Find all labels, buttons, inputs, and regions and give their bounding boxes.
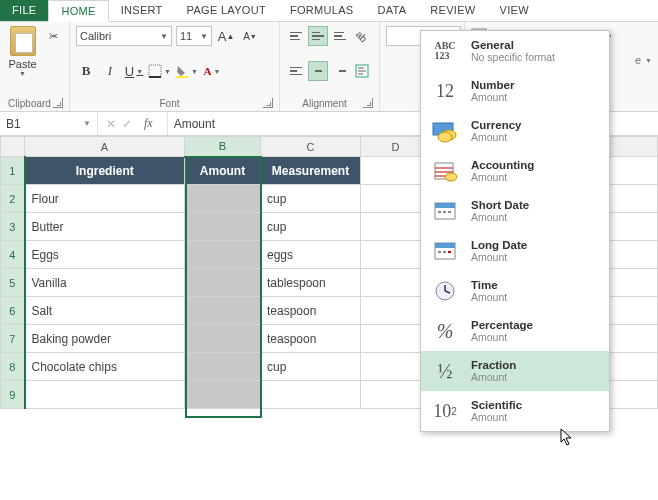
cell-A9[interactable] — [25, 381, 185, 409]
row-header[interactable]: 7 — [1, 325, 25, 353]
fill-color-button[interactable]: ▼ — [175, 61, 198, 81]
cell-A4[interactable]: Eggs — [25, 241, 185, 269]
font-size-combo[interactable]: 11▼ — [176, 26, 212, 46]
align-top-button[interactable] — [286, 26, 306, 46]
row-header[interactable]: 6 — [1, 297, 25, 325]
cell-B1[interactable]: Amount — [185, 157, 261, 185]
svg-point-20 — [445, 173, 457, 181]
cell-C3[interactable]: cup — [261, 213, 361, 241]
format-option-fraction[interactable]: ½ FractionAmount — [421, 351, 609, 391]
align-left-button[interactable] — [286, 61, 306, 81]
row-header[interactable]: 5 — [1, 269, 25, 297]
col-header-C[interactable]: C — [261, 137, 361, 157]
group-font: Calibri▼ 11▼ A▲ A▼ B I U▼ ▼ ▼ A▼ Font — [70, 22, 280, 111]
decrease-font-button[interactable]: A▼ — [240, 26, 260, 46]
cell-B8[interactable] — [185, 353, 261, 381]
copy-button[interactable] — [43, 48, 63, 68]
row-header[interactable]: 2 — [1, 185, 25, 213]
cut-button[interactable]: ✂ — [43, 26, 63, 46]
cell-C5[interactable]: tablespoon — [261, 269, 361, 297]
cell-C1[interactable]: Measurement — [261, 157, 361, 185]
format-option-short-date[interactable]: Short DateAmount — [421, 191, 609, 231]
tab-formulas[interactable]: FORMULAS — [278, 0, 366, 21]
cell-C9[interactable] — [261, 381, 361, 409]
formula-input[interactable]: Amount — [168, 117, 221, 131]
long-date-icon — [429, 237, 461, 265]
paste-icon — [10, 26, 36, 56]
scientific-icon: 102 — [429, 397, 461, 425]
increase-font-button[interactable]: A▲ — [216, 26, 236, 46]
number-icon: 12 — [429, 77, 461, 105]
cell-A2[interactable]: Flour — [25, 185, 185, 213]
font-name-combo[interactable]: Calibri▼ — [76, 26, 172, 46]
cell-A1[interactable]: Ingredient — [25, 157, 185, 185]
tab-data[interactable]: DATA — [365, 0, 418, 21]
format-option-percentage[interactable]: % PercentageAmount — [421, 311, 609, 351]
cell-C4[interactable]: eggs — [261, 241, 361, 269]
font-launcher-icon[interactable] — [263, 98, 273, 108]
clipboard-launcher-icon[interactable] — [53, 98, 63, 108]
bold-button[interactable]: B — [76, 61, 96, 81]
row-header[interactable]: 1 — [1, 157, 25, 185]
font-color-button[interactable]: A▼ — [202, 61, 222, 81]
svg-rect-23 — [438, 211, 441, 213]
cell-B3[interactable] — [185, 213, 261, 241]
format-option-currency[interactable]: CurrencyAmount — [421, 111, 609, 151]
select-all-corner[interactable] — [1, 137, 25, 157]
cell-A7[interactable]: Baking powder — [25, 325, 185, 353]
align-center-button[interactable] — [308, 61, 328, 81]
borders-button[interactable]: ▼ — [148, 61, 171, 81]
cell-B4[interactable] — [185, 241, 261, 269]
format-painter-button[interactable] — [43, 70, 63, 90]
cell-B6[interactable] — [185, 297, 261, 325]
paste-button[interactable]: Paste ▼ — [6, 26, 39, 90]
cell-B9[interactable] — [185, 381, 261, 409]
tab-file[interactable]: FILE — [0, 0, 48, 21]
align-middle-button[interactable] — [308, 26, 328, 46]
format-option-scientific[interactable]: 102 ScientificAmount — [421, 391, 609, 431]
row-header[interactable]: 8 — [1, 353, 25, 381]
format-option-long-date[interactable]: Long DateAmount — [421, 231, 609, 271]
row-header[interactable]: 3 — [1, 213, 25, 241]
cell-A3[interactable]: Butter — [25, 213, 185, 241]
insert-function-button[interactable]: fx — [138, 116, 159, 131]
wrap-text-button[interactable] — [352, 61, 372, 81]
format-option-time[interactable]: TimeAmount — [421, 271, 609, 311]
underline-button[interactable]: U▼ — [124, 61, 144, 81]
group-clipboard: Paste ▼ ✂ Clipboard — [0, 22, 70, 111]
tab-home[interactable]: HOME — [48, 0, 108, 22]
cell-C6[interactable]: teaspoon — [261, 297, 361, 325]
cell-A6[interactable]: Salt — [25, 297, 185, 325]
svg-point-15 — [438, 132, 452, 142]
cell-B5[interactable] — [185, 269, 261, 297]
cell-C7[interactable]: teaspoon — [261, 325, 361, 353]
col-header-A[interactable]: A — [25, 137, 185, 157]
italic-button[interactable]: I — [100, 61, 120, 81]
cell-C2[interactable]: cup — [261, 185, 361, 213]
format-option-number[interactable]: 12 NumberAmount — [421, 71, 609, 111]
cell-A5[interactable]: Vanilla — [25, 269, 185, 297]
tab-review[interactable]: REVIEW — [418, 0, 487, 21]
cell-C8[interactable]: cup — [261, 353, 361, 381]
tab-insert[interactable]: INSERT — [109, 0, 175, 21]
format-option-general[interactable]: ABC123 GeneralNo specific format — [421, 31, 609, 71]
orientation-button[interactable]: ab — [352, 26, 372, 46]
time-icon — [429, 277, 461, 305]
col-header-B[interactable]: B — [185, 137, 261, 157]
enter-formula-icon[interactable]: ✓ — [122, 117, 132, 131]
tab-view[interactable]: VIEW — [488, 0, 541, 21]
cancel-formula-icon[interactable]: ✕ — [106, 117, 116, 131]
alignment-launcher-icon[interactable] — [363, 98, 373, 108]
name-box[interactable]: B1▼ — [0, 112, 98, 135]
row-header[interactable]: 4 — [1, 241, 25, 269]
cell-B2[interactable] — [185, 185, 261, 213]
row-header[interactable]: 9 — [1, 381, 25, 409]
align-right-button[interactable] — [330, 61, 350, 81]
cell-B7[interactable] — [185, 325, 261, 353]
currency-icon — [429, 117, 461, 145]
ribbon-tabs: FILE HOME INSERT PAGE LAYOUT FORMULAS DA… — [0, 0, 658, 22]
format-option-accounting[interactable]: AccountingAmount — [421, 151, 609, 191]
cell-A8[interactable]: Chocolate chips — [25, 353, 185, 381]
tab-page-layout[interactable]: PAGE LAYOUT — [175, 0, 278, 21]
align-bottom-button[interactable] — [330, 26, 350, 46]
